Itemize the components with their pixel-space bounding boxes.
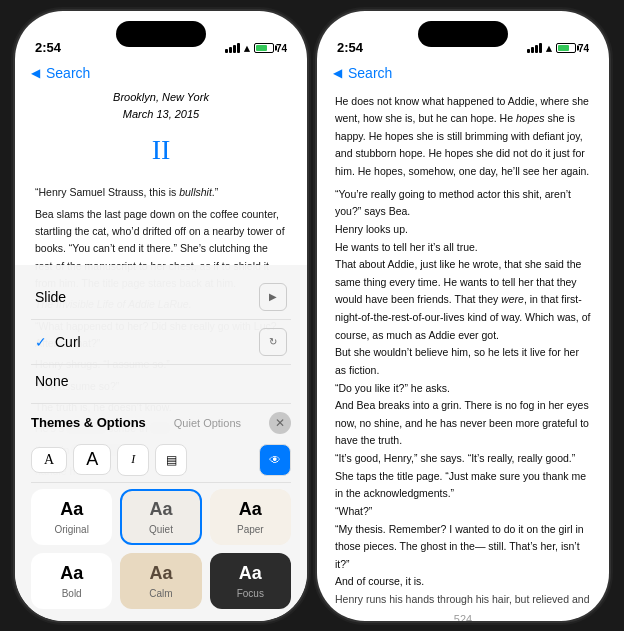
theme-calm[interactable]: Aa Calm <box>120 553 201 609</box>
rp-10: “What?” <box>335 503 591 521</box>
rp-8: And Bea breaks into a grin. There is no … <box>335 397 591 450</box>
themes-header: Themes & Options Quiet Options ✕ <box>15 404 307 438</box>
theme-calm-aa: Aa <box>149 563 172 584</box>
dynamic-island-right <box>418 21 508 47</box>
theme-calm-name: Calm <box>149 588 172 599</box>
time-right: 2:54 <box>337 40 363 55</box>
slide-menu: Slide ▶ ✓ Curl ↻ None <box>15 265 307 403</box>
theme-quiet-aa: Aa <box>149 499 172 520</box>
theme-original[interactable]: Aa Original <box>31 489 112 545</box>
theme-quiet-name: Quiet <box>149 524 173 535</box>
rp-7: “Do you like it?” he asks. <box>335 380 591 398</box>
theme-quiet[interactable]: Aa Quiet <box>120 489 201 545</box>
para-1: “Henry Samuel Strauss, this is bullshit.… <box>35 184 287 201</box>
rp-1: He does not know what happened to Addie,… <box>335 93 591 181</box>
dynamic-island <box>116 21 206 47</box>
theme-focus[interactable]: Aa Focus <box>210 553 291 609</box>
theme-original-aa: Aa <box>60 499 83 520</box>
wifi-icon: ▴ <box>244 42 250 55</box>
slide-option-slide[interactable]: Slide ▶ <box>31 275 291 320</box>
font-size-small[interactable]: A <box>31 447 67 473</box>
search-bar-left[interactable]: ◀ Search <box>15 61 307 89</box>
rp-12: And of course, it is. <box>335 573 591 591</box>
right-phone: 2:54 ▴ 74 ◀ Search He does not know what… <box>317 11 609 621</box>
slide-option-none[interactable]: None <box>31 365 291 397</box>
theme-focus-name: Focus <box>237 588 264 599</box>
wifi-icon-right: ▴ <box>546 42 552 55</box>
quiet-option-label: Quiet Options <box>174 417 241 429</box>
theme-paper[interactable]: Aa Paper <box>210 489 291 545</box>
signal-icon-right <box>527 43 542 53</box>
theme-focus-aa: Aa <box>239 563 262 584</box>
chapter-number: II <box>35 128 287 173</box>
book-content-right: He does not know what happened to Addie,… <box>317 89 609 609</box>
theme-bold-aa: Aa <box>60 563 83 584</box>
signal-icon <box>225 43 240 53</box>
font-controls: A A I ▤ 👁 <box>15 438 307 482</box>
font-size-large[interactable]: A <box>73 444 111 475</box>
search-bar-right[interactable]: ◀ Search <box>317 61 609 89</box>
rp-2: “You’re really going to method actor thi… <box>335 186 591 221</box>
theme-grid: Aa Original Aa Quiet Aa Paper Aa Bold Aa <box>15 483 307 621</box>
book-location: Brooklyn, New York <box>35 89 287 107</box>
slide-icon: ▶ <box>259 283 287 311</box>
slide-option-curl[interactable]: ✓ Curl ↻ <box>31 320 291 365</box>
phones-container: 2:54 ▴ 74 ◀ Search Brooklyn, New York Ma… <box>15 11 609 621</box>
status-icons-left: ▴ 74 <box>225 42 287 55</box>
battery-icon: 74 <box>254 43 287 54</box>
theme-paper-aa: Aa <box>239 499 262 520</box>
book-date: March 13, 2015 <box>35 106 287 124</box>
rp-11: “My thesis. Remember? I wanted to do it … <box>335 521 591 574</box>
curl-icon: ↻ <box>259 328 287 356</box>
theme-bold[interactable]: Aa Bold <box>31 553 112 609</box>
rp-6: But she wouldn’t believe him, so he lets… <box>335 344 591 379</box>
theme-bold-name: Bold <box>62 588 82 599</box>
bottom-panel: Slide ▶ ✓ Curl ↻ None Themes & Options Q… <box>15 265 307 621</box>
themes-title: Themes & Options <box>31 415 146 430</box>
battery-icon-right: 74 <box>556 43 589 54</box>
rp-3: Henry looks up. <box>335 221 591 239</box>
theme-original-name: Original <box>54 524 88 535</box>
time-left: 2:54 <box>35 40 61 55</box>
eye-button[interactable]: 👁 <box>259 444 291 476</box>
theme-paper-name: Paper <box>237 524 264 535</box>
rp-5: That about Addie, just like he wrote, th… <box>335 256 591 344</box>
close-button[interactable]: ✕ <box>269 412 291 434</box>
left-phone: 2:54 ▴ 74 ◀ Search Brooklyn, New York Ma… <box>15 11 307 621</box>
page-number: 524 <box>317 609 609 621</box>
status-icons-right: ▴ 74 <box>527 42 589 55</box>
book-header: Brooklyn, New York March 13, 2015 II <box>35 89 287 173</box>
font-style-button[interactable]: I <box>117 444 149 476</box>
rp-13: Henry runs his hands through his hair, b… <box>335 591 591 609</box>
rp-4: He wants to tell her it’s all true. <box>335 239 591 257</box>
spacing-button[interactable]: ▤ <box>155 444 187 476</box>
rp-9: “It’s good, Henry,” she says. “It’s real… <box>335 450 591 503</box>
